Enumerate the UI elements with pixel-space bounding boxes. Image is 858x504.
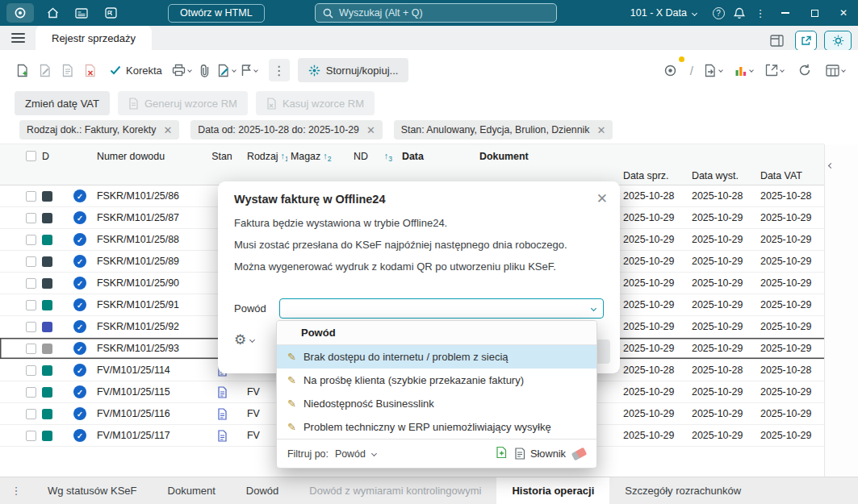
filter-chip-data[interactable]: Data od: 2025-10-28 do: 2025-10-29 ✕ [190,120,383,140]
row-checkbox[interactable] [26,365,36,376]
export-document-button[interactable] [701,58,724,82]
preview-document-button[interactable] [57,58,79,82]
row-checkbox[interactable] [26,300,36,310]
dropdown-item[interactable]: ✎ Brak dostępu do internetu / problem z … [277,345,596,369]
doc-status-square [42,278,52,289]
col-header-nd[interactable]: ND↑3 [350,144,397,185]
import-button[interactable] [763,58,785,82]
search-icon [323,8,333,19]
stornuj-kopiuj-button[interactable]: Stornuj/kopiuj... [298,58,409,82]
col-header-magazyn[interactable]: Magaz↑2 [287,144,350,185]
minimize-button[interactable] [771,0,800,26]
ksef-status-icon: ✓ [73,298,86,311]
app-logo-icon[interactable] [6,3,34,23]
help-icon[interactable]: ? [708,3,729,23]
tab-dowod-z-wymiarami[interactable]: Dowód z wymiarami kontrolingowymi [294,477,496,504]
filter-chip-rodzaj[interactable]: Rodzaj dok.: Faktury, Korekty ✕ [19,120,179,140]
kasuj-wzorce-rm-button[interactable]: Kasuj wzorce RM [256,91,375,115]
hamburger-menu-icon[interactable] [0,33,36,43]
print-button[interactable] [170,58,193,82]
add-document-button[interactable] [11,58,34,82]
more-menu-icon[interactable]: ⋮ [750,3,771,23]
row-checkbox[interactable] [26,235,36,245]
separator: / [690,64,693,77]
col-header-numer[interactable]: Numer dowodu [94,144,202,185]
global-search-input[interactable]: Wyszukaj (Alt + Q) [315,3,557,23]
ksef-status-icon: ✓ [73,211,86,224]
generuj-wzorce-rm-button[interactable]: Generuj wzorce RM [118,91,248,115]
erp-window: Otwórz w HTML Wyszukaj (Alt + Q) 101 - X… [0,0,858,504]
col-header-data[interactable]: Data [397,144,475,185]
share-icon[interactable] [795,31,817,51]
bc-module-icon[interactable] [100,3,121,23]
chevron-down-icon [692,10,697,15]
col-header-stan[interactable]: Stan [202,144,242,185]
chip-close-icon[interactable]: ✕ [163,124,172,136]
tab-wg-statusow-ksef[interactable]: Wg statusów KSeF [32,477,153,504]
open-in-html-button[interactable]: Otwórz w HTML [168,4,265,23]
bottom-tabs-menu-icon[interactable]: ⋮ [0,485,32,497]
home-icon[interactable] [42,3,63,23]
dropdown-item[interactable]: ✎ Na prośbę klienta (szybkie przekazanie… [277,369,596,392]
chevron-down-icon [371,451,377,456]
data-sprz: 2025-10-28 [618,364,687,376]
korekta-button[interactable]: Korekta [110,58,162,82]
col-header-data-sprz[interactable]: Data sprz. [618,144,687,185]
dropdown-item[interactable]: ✎ Niedostępność Businesslink [277,392,596,415]
collapse-panel-icon[interactable] [828,163,834,169]
modal-close-icon[interactable]: ✕ [596,190,608,207]
chip-close-icon[interactable]: ✕ [366,124,375,136]
tab-dokument[interactable]: Dokument [153,477,231,504]
analytics-chart-button[interactable] [732,58,755,82]
row-checkbox[interactable] [26,322,36,332]
chip-close-icon[interactable]: ✕ [596,124,605,136]
row-checkbox[interactable] [26,409,36,419]
slownik-button[interactable]: Słownik [514,448,566,460]
tab-historia-operacji[interactable]: Historia operacji [496,477,609,504]
add-dictionary-entry-button[interactable] [496,446,508,461]
filter-chip-stan[interactable]: Stan: Anulowany, Edycja, Brulion, Dzienn… [394,120,613,140]
layout-panels-icon[interactable] [765,28,788,52]
chevron-down-icon [249,337,255,343]
close-window-button[interactable]: ✕ [829,0,858,26]
edit-document-button[interactable] [34,58,57,82]
flag-button[interactable] [238,58,261,82]
more-tools-icon[interactable]: ⋮ [269,59,290,81]
refresh-button[interactable] [793,58,816,82]
company-selector[interactable]: 101 - X Data [630,7,697,19]
tab-szczegoly-rozrachunkow[interactable]: Szczegóły rozrachunków [609,477,756,504]
col-header-rodzaj[interactable]: Rodzaj↑1 [242,144,287,185]
collapse-panel-gutter [824,144,858,477]
row-checkbox[interactable] [26,256,36,267]
table-settings-button[interactable] [824,58,847,82]
delete-document-button[interactable] [79,58,102,82]
notifications-bell-icon[interactable] [729,3,750,23]
zmien-date-vat-button[interactable]: Zmień datę VAT [15,91,110,115]
edit-notes-button[interactable] [216,58,238,82]
theme-bulb-icon[interactable] [824,31,852,51]
data-wyst: 2025-10-29 [687,212,755,223]
row-checkbox[interactable] [26,431,36,441]
dropdown-item[interactable]: ✎ Problem techniczny w ERP uniemożliwiaj… [277,415,596,439]
doc-status-square [42,300,52,310]
maximize-button[interactable] [800,0,829,26]
eraser-icon[interactable] [571,447,588,460]
attachments-button[interactable] [193,58,216,82]
row-checkbox[interactable] [26,387,36,398]
row-checkbox[interactable] [26,191,36,202]
data-wyst: 2025-10-29 [687,343,755,354]
filter-field-selector[interactable]: Powód [335,448,366,460]
tab-rejestr-sprzedazy[interactable]: Rejestr sprzedaży [36,26,152,50]
tab-dowod[interactable]: Dowód [231,477,294,504]
news-panel-icon[interactable] [71,3,92,23]
row-checkbox[interactable] [26,213,36,223]
erp-app-icon[interactable] [659,58,682,82]
row-checkbox[interactable] [26,344,36,354]
col-header-data-wyst[interactable]: Data wyst. [687,144,755,185]
col-header-dokument[interactable]: Dokument [475,144,618,185]
powod-combobox[interactable] [279,298,604,319]
row-checkbox[interactable] [26,278,36,289]
select-all-checkbox[interactable] [26,151,36,161]
col-header-d[interactable]: D [42,144,66,185]
col-header-data-vat[interactable]: Data VAT [755,144,824,185]
